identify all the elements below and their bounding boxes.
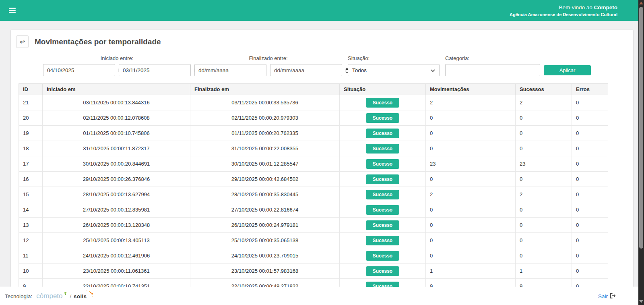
table-row: 9 22/10/2025 00:00:10.741351 22/10/2025 … bbox=[19, 279, 608, 287]
cell-movimentacoes: 0 bbox=[426, 110, 516, 126]
cell-finalizado: 28/10/2025 00:00:35.830445 bbox=[190, 187, 340, 202]
status-badge: Sucesso bbox=[366, 220, 399, 230]
logo-separator: / bbox=[70, 293, 72, 299]
cell-sucessos: 0 bbox=[516, 126, 572, 141]
cell-sucessos: 0 bbox=[516, 202, 572, 218]
cell-id: 18 bbox=[19, 141, 43, 156]
cell-movimentacoes: 0 bbox=[426, 233, 516, 248]
back-button[interactable]: ↩ bbox=[16, 35, 29, 48]
cell-id: 9 bbox=[19, 279, 43, 287]
status-badge: Sucesso bbox=[366, 205, 399, 215]
technology-block: Tecnologia: cômpeto / solis bbox=[5, 292, 92, 300]
scroll-up-arrow-icon[interactable] bbox=[639, 2, 643, 4]
status-badge: Sucesso bbox=[366, 282, 399, 287]
cell-finalizado: 23/10/2025 00:01:57.983168 bbox=[190, 264, 340, 279]
logout-icon bbox=[610, 293, 616, 300]
cell-iniciado: 03/11/2025 00:00:13.844316 bbox=[43, 95, 190, 110]
cell-id: 10 bbox=[19, 264, 43, 279]
cell-iniciado: 02/11/2025 00:00:12.078608 bbox=[43, 110, 190, 126]
cell-finalizado: 26/10/2025 00:00:24.979181 bbox=[190, 218, 340, 233]
cell-movimentacoes: 0 bbox=[426, 126, 516, 141]
cell-erros: 0 bbox=[572, 172, 608, 187]
vertical-scrollbar[interactable] bbox=[638, 0, 644, 305]
cell-movimentacoes: 2 bbox=[426, 187, 516, 202]
finalizado-from-input[interactable] bbox=[198, 67, 270, 73]
finalizado-to-input[interactable] bbox=[274, 67, 345, 73]
table-row: 13 26/10/2025 00:00:13.128348 26/10/2025… bbox=[19, 218, 608, 233]
cell-movimentacoes: 0 bbox=[426, 218, 516, 233]
cell-id: 12 bbox=[19, 233, 43, 248]
cell-sucessos: 1 bbox=[516, 264, 572, 279]
iniciado-from-input[interactable] bbox=[47, 67, 118, 73]
categoria-group: Categoria: bbox=[445, 55, 540, 76]
competo-logo[interactable]: cômpeto bbox=[36, 292, 67, 300]
cell-sucessos: 2 bbox=[516, 95, 572, 110]
cell-movimentacoes: 2 bbox=[426, 95, 516, 110]
status-badge: Sucesso bbox=[366, 113, 399, 123]
cell-finalizado: 25/10/2025 00:00:35.065138 bbox=[190, 233, 340, 248]
categoria-input[interactable] bbox=[445, 64, 540, 76]
table-row: 19 01/11/2025 00:00:10.745806 01/11/2025… bbox=[19, 126, 608, 141]
cell-iniciado: 26/10/2025 00:00:13.128348 bbox=[43, 218, 190, 233]
cell-erros: 0 bbox=[572, 218, 608, 233]
cell-finalizado: 27/10/2025 00:00:22.816674 bbox=[190, 202, 340, 218]
apply-button[interactable]: Aplicar bbox=[544, 65, 591, 75]
situacao-select[interactable]: Todos bbox=[348, 64, 440, 76]
scroll-down-arrow-icon[interactable] bbox=[639, 300, 643, 303]
cell-erros: 0 bbox=[572, 279, 608, 287]
iniciado-to-field bbox=[119, 64, 191, 76]
cell-iniciado: 27/10/2025 00:00:12.835981 bbox=[43, 202, 190, 218]
cell-erros: 0 bbox=[572, 187, 608, 202]
cell-iniciado: 01/11/2025 00:00:10.745806 bbox=[43, 126, 190, 141]
status-badge: Sucesso bbox=[366, 144, 399, 154]
cell-movimentacoes: 23 bbox=[426, 156, 516, 172]
scrollbar-thumb[interactable] bbox=[639, 7, 643, 249]
cell-id: 16 bbox=[19, 172, 43, 187]
footer-bar: Tecnologia: cômpeto / solis Sair bbox=[0, 287, 644, 305]
cell-id: 21 bbox=[19, 95, 43, 110]
table-row: 11 24/10/2025 00:00:12.461906 24/10/2025… bbox=[19, 248, 608, 264]
cell-situacao: Sucesso bbox=[340, 279, 426, 287]
cell-id: 15 bbox=[19, 187, 43, 202]
cell-situacao: Sucesso bbox=[340, 233, 426, 248]
cell-sucessos: 23 bbox=[516, 156, 572, 172]
cell-finalizado: 02/11/2025 00:00:20.979303 bbox=[190, 110, 340, 126]
cell-erros: 0 bbox=[572, 202, 608, 218]
cell-finalizado: 30/10/2025 00:01:12.285547 bbox=[190, 156, 340, 172]
finalizado-entre-group: Finalizado entre: bbox=[194, 55, 342, 76]
app-name: Cômpeto bbox=[594, 4, 618, 10]
cell-sucessos: 2 bbox=[516, 187, 572, 202]
cell-id: 19 bbox=[19, 126, 43, 141]
cell-finalizado: 22/10/2025 00:00:49.271822 bbox=[190, 279, 340, 287]
cell-sucessos: 9 bbox=[516, 279, 572, 287]
cell-iniciado: 22/10/2025 00:00:10.741351 bbox=[43, 279, 190, 287]
cell-situacao: Sucesso bbox=[340, 110, 426, 126]
cell-sucessos: 0 bbox=[516, 233, 572, 248]
cell-iniciado: 24/10/2025 00:00:12.461906 bbox=[43, 248, 190, 264]
cell-id: 20 bbox=[19, 110, 43, 126]
cell-sucessos: 0 bbox=[516, 110, 572, 126]
cell-movimentacoes: 0 bbox=[426, 202, 516, 218]
table-row: 18 31/10/2025 00:00:11.872317 31/10/2025… bbox=[19, 141, 608, 156]
col-header-iniciado: Iniciado em bbox=[43, 84, 190, 95]
table-row: 10 23/10/2025 00:00:11.061361 23/10/2025… bbox=[19, 264, 608, 279]
table-header-row: ID Iniciado em Finalizado em Situação Mo… bbox=[19, 84, 608, 95]
competo-leaf-icon bbox=[64, 292, 66, 294]
cell-situacao: Sucesso bbox=[340, 141, 426, 156]
status-badge: Sucesso bbox=[366, 174, 399, 184]
filter-bar: Iniciado entre: bbox=[11, 48, 633, 81]
logout-link[interactable]: Sair bbox=[598, 293, 616, 300]
solis-logo[interactable]: solis bbox=[74, 293, 92, 299]
cell-movimentacoes: 0 bbox=[426, 248, 516, 264]
menu-button[interactable] bbox=[6, 4, 18, 17]
cell-erros: 0 bbox=[572, 95, 608, 110]
iniciado-entre-group: Iniciado entre: bbox=[43, 55, 191, 76]
welcome-prefix: Bem-vindo ao bbox=[559, 4, 594, 10]
iniciado-from-field bbox=[43, 64, 115, 76]
status-badge: Sucesso bbox=[366, 159, 399, 169]
cell-iniciado: 31/10/2025 00:00:11.872317 bbox=[43, 141, 190, 156]
cell-id: 14 bbox=[19, 202, 43, 218]
iniciado-to-input[interactable] bbox=[123, 67, 194, 73]
status-badge: Sucesso bbox=[366, 266, 399, 276]
cell-erros: 0 bbox=[572, 233, 608, 248]
